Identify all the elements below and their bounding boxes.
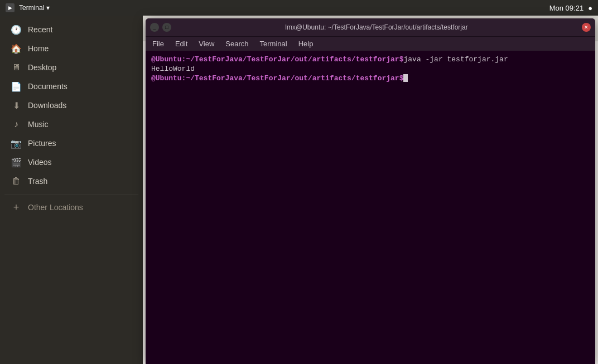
sidebar-item-music[interactable]: ♪ Music — [2, 115, 141, 133]
main-layout: 🕐 Recent 🏠 Home 🖥 Desktop 📄 Documents ⬇ … — [0, 16, 598, 364]
terminal-titlebar: _ □ lmx@Ubuntu: ~/TestForJava/TestForJar… — [146, 18, 595, 36]
terminal-body[interactable]: @Ubuntu:~/TestForJava/TestForJar/out/art… — [146, 51, 595, 364]
terminal-output-1: HelloWorld — [151, 65, 195, 73]
sidebar-label-music: Music — [28, 120, 49, 129]
terminal-cursor — [403, 74, 408, 82]
recent-icon: 🕐 — [11, 25, 21, 35]
sidebar-label-desktop: Desktop — [28, 63, 56, 72]
terminal-window: _ □ lmx@Ubuntu: ~/TestForJava/TestForJar… — [146, 18, 595, 364]
sidebar-label-recent: Recent — [28, 25, 52, 34]
downloads-icon: ⬇ — [11, 100, 21, 110]
terminal-line-output: HelloWorld — [151, 65, 590, 73]
desktop-icon: 🖥 — [11, 62, 21, 72]
system-bar: ▶ Terminal ▾ Mon 09:21 ● — [0, 0, 598, 16]
terminal-minimize-button[interactable]: _ — [150, 23, 159, 32]
sidebar-label-pictures: Pictures — [28, 139, 56, 148]
status-indicator: ● — [588, 4, 592, 12]
music-icon: ♪ — [11, 119, 21, 129]
terminal-maximize-button[interactable]: □ — [162, 23, 171, 32]
system-bar-left: ▶ Terminal ▾ — [6, 3, 50, 12]
pictures-icon: 📷 — [11, 138, 21, 148]
terminal-dropdown-icon[interactable]: ▾ — [46, 4, 50, 12]
sidebar-label-other-locations: Other Locations — [28, 203, 83, 212]
terminal-app-icon: ▶ — [6, 3, 15, 12]
file-area: ← → ↑ 🏠 TestForJava TestForJar out artif… — [143, 16, 598, 364]
trash-icon: 🗑 — [11, 176, 21, 186]
sidebar-item-home[interactable]: 🏠 Home — [2, 40, 141, 57]
terminal-menu-view[interactable]: View — [196, 38, 216, 49]
terminal-controls: _ □ — [150, 23, 171, 32]
sidebar-item-other-locations[interactable]: + Other Locations — [2, 198, 141, 216]
system-bar-right: Mon 09:21 ● — [549, 4, 592, 12]
videos-icon: 🎬 — [11, 157, 21, 167]
terminal-menu-search[interactable]: Search — [223, 38, 250, 49]
terminal-prompt-1: @Ubuntu:~/TestForJava/TestForJar/out/art… — [151, 55, 403, 64]
sidebar: 🕐 Recent 🏠 Home 🖥 Desktop 📄 Documents ⬇ … — [0, 16, 143, 364]
sidebar-item-recent[interactable]: 🕐 Recent — [2, 21, 141, 38]
terminal-menu-file[interactable]: File — [150, 38, 166, 49]
sidebar-label-downloads: Downloads — [28, 101, 66, 110]
terminal-line-1: @Ubuntu:~/TestForJava/TestForJar/out/art… — [151, 55, 590, 64]
sidebar-item-documents[interactable]: 📄 Documents — [2, 77, 141, 95]
sidebar-divider — [4, 194, 138, 195]
terminal-line-2: @Ubuntu:~/TestForJava/TestForJar/out/art… — [151, 74, 590, 82]
terminal-title: lmx@Ubuntu: ~/TestForJava/TestForJar/out… — [171, 23, 582, 31]
terminal-menu-help[interactable]: Help — [296, 38, 316, 49]
terminal-label: Terminal — [19, 4, 44, 12]
terminal-badge[interactable]: Terminal ▾ — [19, 4, 50, 12]
terminal-menu-terminal[interactable]: Terminal — [258, 38, 290, 49]
terminal-prompt-2: @Ubuntu:~/TestForJava/TestForJar/out/art… — [151, 74, 403, 82]
add-location-icon: + — [11, 202, 21, 212]
terminal-close-button[interactable]: ✕ — [582, 23, 591, 32]
terminal-command-1: java -jar testforjar.jar — [403, 55, 508, 64]
sidebar-item-desktop[interactable]: 🖥 Desktop — [2, 59, 141, 76]
sidebar-item-videos[interactable]: 🎬 Videos — [2, 153, 141, 171]
datetime-display: Mon 09:21 — [549, 4, 583, 12]
home-icon: 🏠 — [11, 43, 21, 54]
sidebar-label-trash: Trash — [28, 177, 47, 186]
sidebar-item-trash[interactable]: 🗑 Trash — [2, 172, 141, 190]
sidebar-item-pictures[interactable]: 📷 Pictures — [2, 134, 141, 152]
documents-icon: 📄 — [11, 81, 21, 91]
sidebar-label-home: Home — [28, 44, 49, 53]
terminal-menu-edit[interactable]: Edit — [173, 38, 190, 49]
sidebar-label-documents: Documents — [28, 82, 67, 91]
terminal-menubar: File Edit View Search Terminal Help — [146, 36, 595, 51]
sidebar-label-videos: Videos — [28, 158, 52, 167]
sidebar-item-downloads[interactable]: ⬇ Downloads — [2, 96, 141, 114]
